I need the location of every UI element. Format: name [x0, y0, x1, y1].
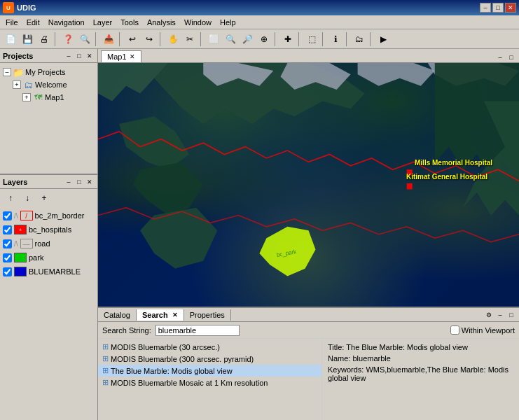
- tree-item-myprojects[interactable]: – 📁 My Projects: [1, 66, 96, 78]
- layers-maximize-btn[interactable]: □: [74, 177, 84, 187]
- menubar: File Edit Navigation Layer Tools Analysi…: [0, 15, 519, 29]
- result-icon-0: ⊞: [102, 342, 109, 351]
- map-tab-bar: Map1 ✕ – □: [98, 49, 519, 63]
- search-content: ⊞ MODIS Bluemarble (30 arcsec.) ⊞ MODIS …: [98, 339, 519, 420]
- search-results-list: ⊞ MODIS Bluemarble (30 arcsec.) ⊞ MODIS …: [98, 339, 322, 420]
- within-viewport-checkbox[interactable]: [450, 326, 459, 335]
- extent-button[interactable]: ⬜: [206, 31, 221, 47]
- bc2m-name: bc_2m_border: [35, 211, 85, 220]
- zoomin-button[interactable]: 🔍: [223, 31, 238, 47]
- bottom-maximize-btn[interactable]: □: [506, 310, 516, 320]
- park-name: park: [29, 253, 43, 262]
- redo-button[interactable]: ↪: [141, 31, 157, 47]
- minimize-button[interactable]: –: [480, 3, 491, 13]
- bottom-tab-controls: ⚙ – □: [484, 310, 519, 320]
- menu-layer[interactable]: Layer: [89, 17, 117, 28]
- search-result-item-selected[interactable]: ⊞ The Blue Marble: Modis global view: [98, 365, 321, 377]
- titlebar-left: U UDIG: [3, 2, 36, 13]
- layer-item[interactable]: + bc_hospitals: [1, 223, 96, 237]
- layer-add-btn[interactable]: +: [36, 191, 52, 205]
- cut-button[interactable]: ✂: [182, 31, 198, 47]
- run-button[interactable]: ▶: [375, 31, 391, 47]
- map1-expander[interactable]: +: [22, 93, 31, 102]
- detail-title-value: The Blue Marble: Modis global view: [346, 343, 468, 351]
- menu-tools[interactable]: Tools: [116, 17, 143, 28]
- map-canvas[interactable]: bc_park Mills Memorial Hospital Kitimat …: [98, 63, 519, 307]
- search-tab[interactable]: Search ✕: [137, 309, 184, 321]
- layers-panel-controls: – □ ✕: [64, 177, 95, 187]
- search-result-item[interactable]: ⊞ MODIS Bluemarble (30 arcsec.): [98, 341, 321, 353]
- search-detail-panel: Title: The Blue Marble: Modis global vie…: [322, 339, 519, 420]
- project-icon: 🗂: [22, 79, 34, 90]
- menu-help[interactable]: Help: [216, 17, 240, 28]
- search-map-button[interactable]: 🔍: [77, 31, 92, 47]
- save-button[interactable]: 💾: [20, 31, 35, 47]
- welcome-expander[interactable]: +: [13, 80, 21, 89]
- bluemarble-symbol: [14, 267, 27, 276]
- help-button[interactable]: ❓: [60, 31, 76, 47]
- park-symbol: [14, 253, 27, 262]
- bottom-settings-btn[interactable]: ⚙: [484, 310, 494, 320]
- properties-tab[interactable]: Properties: [184, 309, 231, 321]
- select-button[interactable]: ⬚: [304, 31, 319, 47]
- pan-button[interactable]: ✋: [165, 31, 181, 47]
- layers-close-btn[interactable]: ✕: [85, 177, 95, 187]
- zoomout-button[interactable]: 🔎: [240, 31, 255, 47]
- layer-item[interactable]: /\ / bc_2m_border: [1, 209, 96, 223]
- menu-analysis[interactable]: Analysis: [143, 17, 180, 28]
- map-tab[interactable]: Map1 ✕: [101, 50, 141, 62]
- search-tab-close[interactable]: ✕: [172, 312, 178, 318]
- bluemarble-checkbox[interactable]: [3, 267, 12, 276]
- layers-list: /\ / bc_2m_border + bc_hospitals /\ — ro…: [0, 207, 97, 280]
- menu-window[interactable]: Window: [180, 17, 216, 28]
- projects-minimize-btn[interactable]: –: [64, 51, 74, 61]
- search-top-bar: Search String: Within Viewport: [98, 322, 519, 339]
- within-viewport-label: Within Viewport: [462, 326, 515, 335]
- layer-up-btn[interactable]: ↑: [3, 191, 18, 205]
- detail-title-label: Title:: [328, 343, 344, 351]
- search-result-item[interactable]: ⊞ MODIS Bluemarble Mosaic at 1 Km resolu…: [98, 377, 321, 388]
- new-button[interactable]: 📄: [3, 31, 18, 47]
- bottom-minimize-btn[interactable]: –: [495, 310, 505, 320]
- layer-item[interactable]: park: [1, 251, 96, 265]
- app-title: UDIG: [17, 4, 36, 12]
- tree-item-welcome[interactable]: + 🗂 Welcome: [1, 78, 96, 91]
- undo-button[interactable]: ↩: [125, 31, 140, 47]
- projects-close-btn[interactable]: ✕: [85, 51, 95, 61]
- projects-panel-title: Projects: [3, 52, 33, 60]
- hospitals-checkbox[interactable]: [3, 225, 12, 234]
- menu-edit[interactable]: Edit: [22, 17, 44, 28]
- maximize-button[interactable]: □: [492, 3, 504, 13]
- bc2m-checkbox[interactable]: [3, 211, 12, 220]
- import-button[interactable]: 📥: [101, 31, 116, 47]
- search-input[interactable]: [155, 325, 240, 336]
- catalog-tab[interactable]: Catalog: [98, 309, 137, 321]
- info-button[interactable]: ℹ: [328, 31, 343, 47]
- map-tab-close[interactable]: ✕: [130, 53, 135, 60]
- park-checkbox[interactable]: [3, 253, 12, 262]
- layer-item[interactable]: /\ — road: [1, 237, 96, 251]
- zoom-select[interactable]: ⊕: [256, 31, 272, 47]
- layer-button[interactable]: 🗂: [352, 31, 367, 47]
- tree-item-map1[interactable]: + 🗺 Map1: [1, 91, 96, 104]
- map-minimize-btn[interactable]: –: [495, 52, 505, 62]
- menu-file[interactable]: File: [1, 17, 22, 28]
- print-button[interactable]: 🖨: [36, 31, 52, 47]
- layer-down-btn[interactable]: ↓: [20, 191, 35, 205]
- toolbar-sep7: [298, 32, 301, 46]
- detail-keywords-label: Keywords:: [328, 365, 364, 374]
- projects-maximize-btn[interactable]: □: [74, 51, 84, 61]
- road-checkbox[interactable]: [3, 239, 12, 248]
- layer-item[interactable]: BLUEMARBLE: [1, 265, 96, 279]
- search-result-item[interactable]: ⊞ MODIS Bluemarble (300 arcsec. pyramid): [98, 353, 321, 365]
- close-button[interactable]: ✕: [505, 3, 516, 13]
- map-maximize-btn[interactable]: □: [506, 52, 516, 62]
- layers-minimize-btn[interactable]: –: [64, 177, 74, 187]
- move-button[interactable]: ✚: [280, 31, 296, 47]
- toolbar-sep4: [160, 32, 162, 46]
- menu-navigation[interactable]: Navigation: [44, 17, 89, 28]
- toolbar-sep5: [200, 32, 203, 46]
- map-tab-label: Map1: [107, 52, 127, 61]
- toolbar-sep2: [95, 32, 98, 46]
- myprojects-expander[interactable]: –: [3, 68, 11, 76]
